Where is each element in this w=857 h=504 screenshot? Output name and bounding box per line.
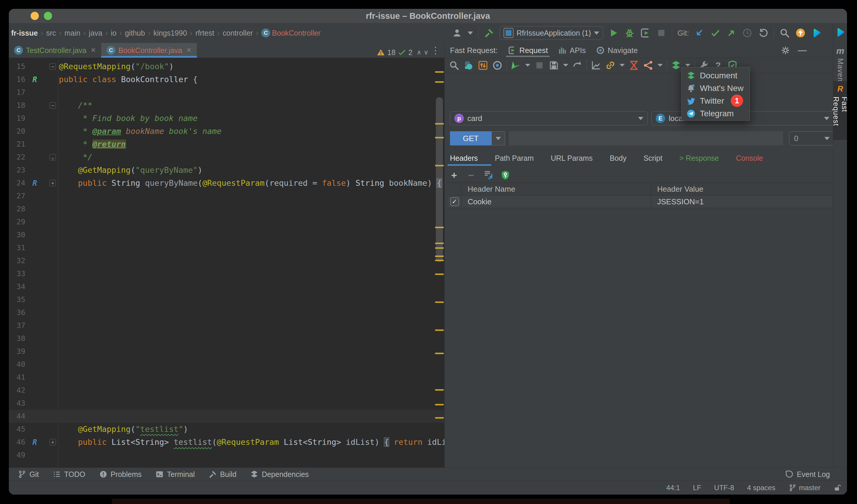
breadcrumb-item[interactable]: github	[123, 29, 147, 37]
editor-scrollbar[interactable]	[436, 97, 443, 262]
dropdown-caret-icon[interactable]	[563, 64, 568, 67]
stop-dim-icon[interactable]	[656, 28, 667, 38]
prev-issue-icon[interactable]: ∧	[417, 49, 421, 56]
close-icon[interactable]: ✕	[91, 47, 96, 54]
request-tab-body[interactable]: Body	[610, 154, 626, 163]
navigate-icon[interactable]	[492, 60, 503, 71]
ide-updates-icon[interactable]	[835, 27, 845, 38]
config-sliders-icon[interactable]	[478, 60, 488, 71]
dropdown-caret-icon[interactable]	[685, 64, 690, 67]
request-tab-console[interactable]: Console	[736, 154, 763, 163]
run-configuration-select[interactable]: RfrIssueApplication (1)	[500, 26, 603, 40]
request-tab-headers[interactable]: Headers	[450, 154, 478, 163]
breadcrumb-item[interactable]: java	[87, 29, 104, 37]
tool-window-button-build[interactable]: Build	[208, 470, 237, 479]
fast-request-tool-button[interactable]: R Fast Request	[833, 81, 847, 140]
breadcrumb-item[interactable]: rfrtest	[194, 29, 216, 37]
editor-tab[interactable]: CBookController.java✕	[101, 43, 197, 58]
git-commit-icon[interactable]	[710, 28, 721, 38]
tool-window-button-git[interactable]: Git	[18, 470, 39, 479]
search-icon[interactable]	[449, 60, 459, 71]
tool-window-button-todo[interactable]: TODO	[52, 470, 85, 479]
stop-dim-icon[interactable]	[534, 60, 545, 71]
report-chart-icon[interactable]	[591, 60, 601, 71]
menu-item-telegram[interactable]: Telegram	[682, 107, 750, 120]
maven-tool-button[interactable]: m Maven	[833, 46, 847, 82]
ide-colorful-icon[interactable]	[811, 28, 822, 38]
coverage-icon[interactable]	[640, 28, 651, 38]
dropdown-caret-icon[interactable]	[525, 64, 530, 67]
build-project-icon[interactable]	[484, 28, 494, 38]
fr-blue-gutter-icon[interactable]: R	[30, 437, 40, 448]
menu-item-document[interactable]: Document	[682, 69, 750, 82]
doc-layers-icon[interactable]	[671, 60, 681, 71]
indent-setting[interactable]: 4 spaces	[747, 484, 775, 492]
fr-green-gutter-icon[interactable]: R	[30, 74, 40, 85]
fold-marker[interactable]: +	[49, 439, 56, 446]
tool-window-button-terminal[interactable]: Terminal	[155, 470, 195, 479]
send-icon[interactable]	[510, 60, 521, 71]
timeout-hourglass-icon[interactable]	[628, 60, 639, 71]
tool-window-button-problems[interactable]: Problems	[99, 470, 142, 479]
breadcrumb-item[interactable]: src	[45, 29, 58, 37]
git-push-icon[interactable]	[726, 28, 737, 38]
request-url-input[interactable]	[509, 131, 783, 146]
menu-item-twitter[interactable]: Twitter1	[682, 95, 750, 107]
editor-tab[interactable]: CTestController.java✕	[9, 43, 101, 58]
tool-window-button-dependencies[interactable]: Dependencies	[250, 470, 309, 479]
event-log-button[interactable]: Event Log	[785, 468, 830, 481]
breadcrumb-item[interactable]: kings1990	[152, 29, 189, 37]
request-tab---response[interactable]: > Response	[679, 154, 719, 163]
dropdown-caret-icon[interactable]	[657, 64, 663, 67]
share-api-icon[interactable]	[643, 60, 654, 71]
git-branch-widget[interactable]: master	[788, 484, 821, 492]
fold-marker[interactable]: +	[49, 180, 56, 186]
clock-dim-icon[interactable]	[742, 28, 753, 38]
header-value-cell[interactable]: JSESSION=1	[651, 196, 832, 208]
redo-icon[interactable]	[572, 60, 583, 71]
search-icon[interactable]	[779, 28, 790, 38]
caret-position[interactable]: 44:1	[666, 484, 680, 492]
lock-icon[interactable]	[834, 484, 842, 492]
dropdown-caret-icon[interactable]	[620, 64, 625, 67]
fold-marker[interactable]: ⌄	[49, 154, 56, 161]
breadcrumb-file[interactable]: BookController	[270, 29, 322, 37]
shield-key-icon[interactable]	[500, 170, 510, 181]
fast-request-tab-apis[interactable]: APIs	[558, 43, 586, 58]
menu-item-what-s-new[interactable]: What's New	[682, 82, 750, 95]
header-name-cell[interactable]: Cookie	[462, 196, 651, 208]
fold-marker[interactable]: −	[49, 102, 56, 108]
request-tab-script[interactable]: Script	[644, 154, 662, 163]
git-update-icon[interactable]	[694, 28, 705, 38]
import-headers-icon[interactable]	[483, 170, 493, 181]
breadcrumb-item[interactable]: controller	[221, 29, 255, 37]
request-tab-url-params[interactable]: URL Params	[551, 154, 593, 163]
account-caret-icon[interactable]	[468, 32, 473, 35]
fast-request-tab-navigate[interactable]: Navigate	[596, 43, 638, 58]
link-icon[interactable]	[605, 60, 616, 71]
account-icon[interactable]	[452, 28, 463, 38]
breadcrumb-item[interactable]: io	[109, 29, 118, 37]
rollback-icon[interactable]	[758, 28, 769, 38]
next-issue-icon[interactable]: ∨	[424, 49, 428, 56]
request-count-select[interactable]: 0	[789, 131, 835, 146]
http-method-caret[interactable]	[491, 131, 505, 146]
save-icon[interactable]	[549, 60, 559, 71]
file-encoding[interactable]: UTF-8	[714, 484, 734, 492]
play-icon[interactable]	[608, 28, 619, 38]
breadcrumb-item[interactable]: main	[63, 29, 82, 37]
fast-request-tab-request[interactable]: Request	[508, 43, 548, 58]
fr-blue-gutter-icon[interactable]: R	[30, 178, 40, 188]
update-orange-icon[interactable]	[795, 28, 806, 38]
minus-dim-icon[interactable]: −	[466, 170, 476, 181]
view-toggle-icon[interactable]	[463, 60, 474, 71]
fold-marker[interactable]: −	[49, 63, 56, 70]
http-method-select[interactable]: GET	[450, 131, 491, 146]
row-checkbox[interactable]: ✓	[450, 197, 459, 206]
inspections-widget[interactable]: 18 2 ∧ ∨	[377, 47, 428, 58]
gear-icon[interactable]	[781, 46, 790, 55]
tab-options-kebab-icon[interactable]: ⋮	[431, 43, 440, 58]
close-icon[interactable]: ✕	[186, 47, 191, 54]
request-tab-path-param[interactable]: Path Param	[495, 154, 534, 163]
line-separator[interactable]: LF	[693, 484, 701, 492]
